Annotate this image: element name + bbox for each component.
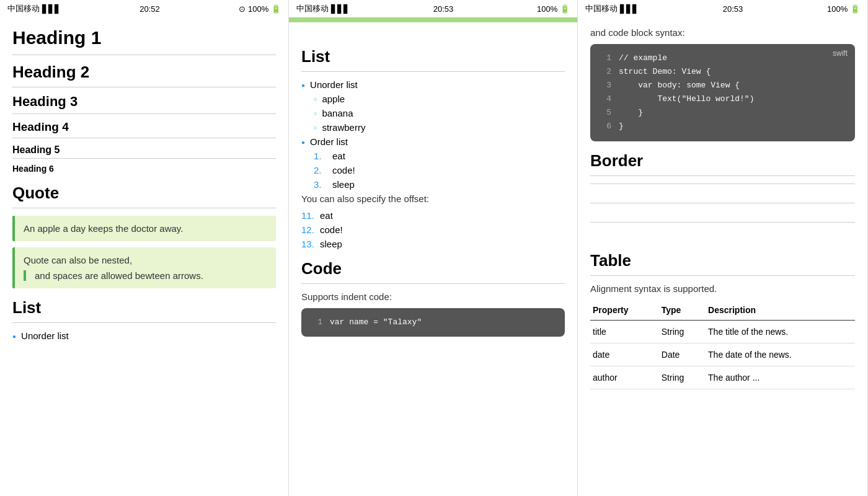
list-item-13: 13. sleep [301, 239, 565, 249]
swift-code-4: Text("Hello world!") [619, 92, 754, 106]
item-code-12: code! [320, 224, 343, 235]
table-header-type: Type [659, 300, 706, 321]
battery-2: 100% 🔋 [537, 4, 570, 14]
table: Property Type Description title String T… [590, 300, 855, 389]
border-line-2 [590, 203, 855, 203]
swift-line-5: 5 } [599, 106, 846, 120]
list-item-12: 12. code! [301, 224, 565, 235]
bullet-filled-icon-ol: ● [301, 139, 305, 146]
swift-line-2: 2 struct Demo: View { [599, 65, 846, 79]
sub-list-fruits: ○ apple ○ banana ○ strawberry [301, 94, 565, 133]
status-bar-1: 中国移动 ▋▋▋ 20:52 ⊙ 100% 🔋 [0, 0, 288, 17]
swift-lang-label: swift [833, 49, 848, 58]
table-cell-type-2: Date [659, 343, 706, 366]
swift-code-5: } [619, 106, 643, 120]
table-cell-property-1: title [590, 320, 659, 343]
time-2: 20:53 [433, 4, 454, 14]
status-right-1: ⊙ 100% 🔋 [239, 4, 281, 14]
list-item-unordered: ● Unorder list [301, 79, 565, 90]
phone-content-3[interactable]: and code block syntax: swift 1 // exampl… [578, 17, 867, 496]
swift-line-num-5: 5 [599, 106, 611, 120]
code-block-swift: swift 1 // example 2 struct Demo: View {… [590, 44, 855, 141]
unordered-list-label: Unorder list [310, 79, 358, 90]
code-line-num-1: 1 [310, 316, 322, 329]
heading-3: Heading 3 [12, 94, 276, 114]
list-section-heading-1: List [12, 298, 276, 323]
quote-nested-inner: and spaces are allowed bewteen arrows. [24, 270, 267, 281]
phone-content-1[interactable]: Heading 1 Heading 2 Heading 3 Heading 4 … [0, 17, 288, 496]
list-item-2: 2. code! [314, 165, 565, 175]
offset-paragraph: You can also specify the offset: [301, 193, 565, 204]
swift-code-1: // example [619, 51, 667, 65]
status-left-2: 中国移动 ▋▋▋ [296, 3, 350, 14]
heading-1: Heading 1 [12, 27, 276, 55]
carrier-1: 中国移动 [7, 3, 40, 14]
item-eat-1: eat [332, 151, 345, 161]
border-section-heading: Border [590, 151, 855, 176]
border-spacer-1 [590, 190, 855, 203]
bullet-open-icon-apple: ○ [314, 96, 317, 102]
table-header-description: Description [706, 300, 855, 321]
indent-paragraph: Supports indent code: [301, 291, 565, 302]
bullet-open-icon-strawberry: ○ [314, 125, 317, 131]
banana-label: banana [322, 108, 353, 118]
quote-nested-outer: Quote can also be nested, and spaces are… [12, 247, 276, 288]
table-row: date Date The date of the news. [590, 343, 855, 366]
quote-simple: An apple a day keeps the doctor away. [12, 216, 276, 241]
list-item-strawberry: ○ strawberry [314, 122, 565, 133]
table-row: title String The title of the news. [590, 320, 855, 343]
list-preview-text: Unorder list [21, 330, 69, 341]
quote-section-heading: Quote [12, 184, 276, 208]
item-sleep-13: sleep [320, 239, 342, 249]
swift-line-4: 4 Text("Hello world!") [599, 92, 846, 106]
swift-line-num-3: 3 [599, 79, 611, 92]
battery-1: 100% 🔋 [248, 4, 281, 14]
phone-panel-2: 中国移动 ▋▋▋ 20:53 100% 🔋 List ● Unorder lis… [289, 0, 578, 496]
carrier-3: 中国移动 [585, 3, 618, 14]
swift-code-2: struct Demo: View { [619, 65, 711, 79]
lock-icon-1: ⊙ [239, 4, 246, 14]
status-left-1: 中国移动 ▋▋▋ [7, 3, 61, 14]
table-cell-type-1: String [659, 320, 706, 343]
phone-content-2[interactable]: List ● Unorder list ○ apple ○ banana ○ s… [289, 27, 577, 496]
bullet-filled-icon: ● [12, 333, 16, 340]
swift-line-3: 3 var body: some View { [599, 79, 846, 92]
signal-icon-2: ▋▋▋ [331, 4, 350, 14]
signal-icon-1: ▋▋▋ [42, 4, 61, 14]
list-item-ordered: ● Order list [301, 136, 565, 147]
status-bar-2: 中国移动 ▋▋▋ 20:53 100% 🔋 [289, 0, 577, 17]
list-item-3: 3. sleep [314, 179, 565, 190]
border-line-3 [590, 222, 855, 223]
border-line-1 [590, 184, 855, 184]
ordered-num-12: 12. [301, 224, 316, 235]
list-item-11: 11. eat [301, 210, 565, 221]
heading-2: Heading 2 [12, 63, 276, 87]
list-item-1: 1. eat [314, 151, 565, 161]
swift-line-num-4: 4 [599, 92, 611, 106]
item-code-1: code! [332, 165, 355, 175]
table-cell-desc-1: The title of the news. [706, 320, 855, 343]
battery-3: 100% 🔋 [827, 4, 860, 14]
border-spacer-2 [590, 210, 855, 222]
list-item-banana: ○ banana [314, 108, 565, 118]
swift-line-num-2: 2 [599, 65, 611, 79]
bullet-filled-icon-ul: ● [301, 82, 305, 89]
code-block-1: 1 var name = "Talaxy" [301, 308, 565, 337]
table-cell-property-2: date [590, 343, 659, 366]
list-preview-item: ● Unorder list [12, 330, 276, 341]
status-bar-3: 中国移动 ▋▋▋ 20:53 100% 🔋 [578, 0, 867, 17]
bullet-open-icon-banana: ○ [314, 110, 317, 117]
strawberry-label: strawberry [322, 122, 365, 133]
table-header-property: Property [590, 300, 659, 321]
swift-line-num-6: 6 [599, 120, 611, 133]
code-line-1: 1 var name = "Talaxy" [310, 316, 556, 329]
table-section-heading: Table [590, 251, 855, 276]
table-cell-desc-2: The date of the news. [706, 343, 855, 366]
status-left-3: 中国移动 ▋▋▋ [585, 3, 639, 14]
time-3: 20:53 [723, 4, 743, 14]
green-bar [289, 17, 577, 22]
table-description: Alignment syntax is supported. [590, 283, 855, 294]
swift-line-1: 1 // example [599, 51, 846, 65]
border-spacer-3 [590, 229, 855, 241]
swift-code-6: } [619, 120, 624, 133]
